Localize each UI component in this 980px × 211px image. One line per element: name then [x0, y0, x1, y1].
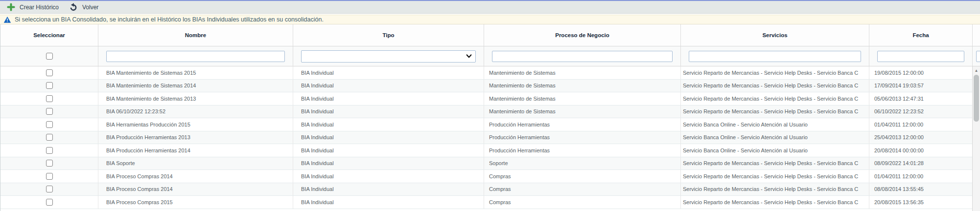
header-fecha[interactable]: Fecha: [869, 24, 973, 46]
table-row[interactable]: BIA Proceso Compras 2014 BIA Individual …: [0, 170, 980, 183]
nombre-filter-input[interactable]: [106, 51, 285, 62]
cell-tipo: BIA Individual: [293, 131, 484, 144]
header-extra: [973, 24, 980, 46]
table-row[interactable]: BIA Producción Herramientas 2013 BIA Ind…: [0, 131, 980, 145]
cell-servicios: Servicio Reparto de Mercancias - Servici…: [681, 196, 869, 209]
table-row[interactable]: BIA Producción Herramientas 2014 BIA Ind…: [0, 144, 980, 157]
table-row[interactable]: BIA Soporte BIA Individual Soporte Servi…: [0, 157, 980, 170]
cell-nombre: BIA Mantenimiento de Sistemas 2013: [98, 92, 293, 105]
back-label: Volver: [82, 4, 98, 11]
cell-tipo: BIA Individual: [293, 80, 484, 92]
extra-filter-input[interactable]: [976, 51, 980, 62]
cell-proceso: Mantenimiento de Sistemas: [484, 66, 681, 79]
plus-icon: [7, 3, 15, 11]
cell-fecha: 17/09/2014 19:03:57: [869, 80, 973, 92]
table-header-row: Seleccionar Nombre Tipo Proceso de Negoc…: [0, 24, 980, 46]
cell-tipo: BIA Individual: [293, 170, 484, 183]
table-row[interactable]: BIA Mantenimiento de Sistemas 2013 BIA I…: [0, 92, 980, 106]
notice-bar: Si selecciona un BIA Consolidado, se inc…: [0, 15, 980, 24]
cell-tipo: BIA Individual: [293, 183, 484, 196]
header-nombre[interactable]: Nombre: [98, 24, 293, 46]
header-tipo[interactable]: Tipo: [293, 24, 484, 46]
cell-fecha: 25/04/2013 12:00:00: [869, 131, 973, 144]
cell-proceso: Soporte: [484, 157, 681, 170]
select-all-checkbox[interactable]: [46, 53, 53, 60]
row-checkbox[interactable]: [46, 134, 53, 141]
header-seleccionar[interactable]: Seleccionar: [0, 24, 98, 46]
cell-nombre: BIA Producción Herramientas 2013: [98, 131, 293, 144]
cell-tipo: BIA Individual: [293, 196, 484, 209]
cell-fecha: 08/09/2022 14:01:28: [869, 157, 973, 170]
cell-proceso: Producción Herramientas: [484, 131, 681, 144]
cell-nombre: BIA Proceso Compras 2014: [98, 170, 293, 183]
scrollbar-thumb[interactable]: [974, 75, 979, 122]
proceso-filter-input[interactable]: [492, 51, 673, 62]
table-row[interactable]: BIA Mantenimiento de Sistemas 2015 BIA I…: [0, 66, 980, 80]
table-row[interactable]: BIA Mantenimiento de Sistemas 2014 BIA I…: [0, 80, 980, 93]
row-checkbox[interactable]: [46, 95, 53, 102]
bia-history-page: Crear Histórico Volver Si selecciona un …: [0, 0, 980, 211]
cell-nombre: BIA Proceso Compras 2014: [98, 183, 293, 196]
cell-tipo: BIA Individual: [293, 66, 484, 79]
row-checkbox[interactable]: [46, 82, 53, 89]
row-checkbox[interactable]: [46, 69, 53, 76]
cell-fecha: 01/04/2011 12:00:00: [869, 170, 973, 183]
cell-servicios: Servicio Reparto de Mercancias - Servici…: [681, 183, 869, 196]
cell-nombre: BIA Mantenimiento de Sistemas 2014: [98, 80, 293, 92]
row-checkbox[interactable]: [46, 147, 53, 154]
cell-proceso: Producción Herramientas: [484, 144, 681, 157]
header-proceso-de-negocio[interactable]: Proceso de Negocio: [484, 24, 681, 46]
fecha-filter-input[interactable]: [877, 51, 964, 62]
toolbar: Crear Histórico Volver: [0, 0, 980, 14]
servicios-filter-input[interactable]: [689, 51, 861, 62]
cell-servicios: Servicio Reparto de Mercancias - Servici…: [681, 157, 869, 170]
vertical-scrollbar[interactable]: ▲: [972, 66, 980, 211]
cell-nombre: BIA Herramientas Producción 2015: [98, 118, 293, 131]
tipo-filter-select[interactable]: [301, 50, 476, 63]
cell-nombre: BIA Soporte: [98, 157, 293, 170]
cell-proceso: Compras: [484, 196, 681, 209]
cell-tipo: BIA Individual: [293, 157, 484, 170]
header-servicios[interactable]: Servicios: [681, 24, 869, 46]
cell-tipo: BIA Individual: [293, 92, 484, 105]
cell-fecha: 20/08/2015 13:56:35: [869, 196, 973, 209]
cell-fecha: 20/08/2014 00:00:00: [869, 144, 973, 157]
bia-table: Seleccionar Nombre Tipo Proceso de Negoc…: [0, 24, 980, 211]
row-checkbox[interactable]: [46, 186, 53, 192]
table-row[interactable]: BIA Herramientas Producción 2015 BIA Ind…: [0, 118, 980, 131]
cell-proceso: Mantenimiento de Sistemas: [484, 92, 681, 105]
row-checkbox[interactable]: [46, 121, 53, 128]
cell-servicios: Servicio Banca Online - Servicio Atenció…: [681, 118, 869, 131]
row-checkbox[interactable]: [46, 160, 53, 167]
cell-proceso: Mantenimiento de Sistemas: [484, 80, 681, 92]
cell-nombre: BIA Producción Herramientas 2014: [98, 144, 293, 157]
cell-fecha: 05/06/2013 12:47:31: [869, 92, 973, 105]
cell-servicios: Servicio Banca Online - Servicio Atenció…: [681, 131, 869, 144]
cell-servicios: Servicio Reparto de Mercancias - Servici…: [681, 106, 869, 118]
cell-nombre: BIA Proceso Compras 2015: [98, 196, 293, 209]
row-checkbox[interactable]: [46, 199, 53, 206]
cell-fecha: 06/10/2022 12:23:52: [869, 106, 973, 118]
notice-text: Si selecciona un BIA Consolidado, se inc…: [15, 16, 324, 23]
cell-nombre: BIA 06/10/2022 12:23:52: [98, 106, 293, 118]
cell-tipo: BIA Individual: [293, 118, 484, 131]
warning-triangle-icon: [4, 17, 11, 23]
table-body: BIA Mantenimiento de Sistemas 2015 BIA I…: [0, 66, 980, 209]
cell-proceso: Producción Herramientas: [484, 118, 681, 131]
back-button[interactable]: Volver: [66, 1, 105, 14]
cell-servicios: Servicio Reparto de Mercancias - Servici…: [681, 66, 869, 79]
cell-servicios: Servicio Reparto de Mercancias - Servici…: [681, 92, 869, 105]
undo-arrow-icon: [70, 3, 78, 11]
cell-proceso: Mantenimiento de Sistemas: [484, 106, 681, 118]
table-row[interactable]: BIA Proceso Compras 2014 BIA Individual …: [0, 183, 980, 196]
table-row[interactable]: BIA Proceso Compras 2015 BIA Individual …: [0, 196, 980, 209]
cell-nombre: BIA Mantenimiento de Sistemas 2015: [98, 66, 293, 79]
table-row[interactable]: BIA 06/10/2022 12:23:52 BIA Individual M…: [0, 106, 980, 119]
create-historic-label: Crear Histórico: [20, 4, 59, 11]
row-checkbox[interactable]: [46, 173, 53, 180]
row-checkbox[interactable]: [46, 108, 53, 115]
cell-tipo: BIA Individual: [293, 144, 484, 157]
scroll-up-arrow[interactable]: ▲: [973, 66, 980, 74]
cell-fecha: 08/08/2014 13:55:45: [869, 183, 973, 196]
create-historic-button[interactable]: Crear Histórico: [3, 1, 66, 14]
